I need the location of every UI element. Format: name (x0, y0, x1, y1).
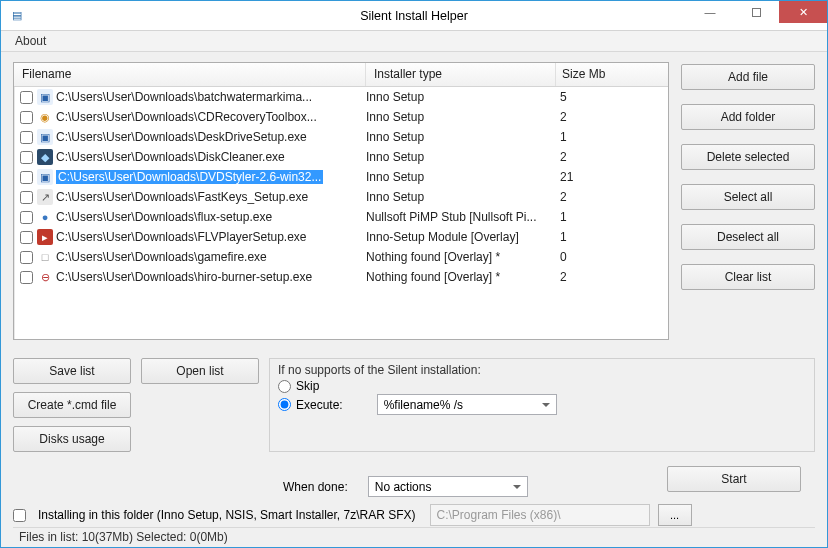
table-row[interactable]: ◆C:\Users\User\Downloads\DiskCleaner.exe… (14, 147, 668, 167)
start-button[interactable]: Start (667, 466, 801, 492)
row-installer-type: Inno Setup (366, 170, 556, 184)
titlebar: ▤ Silent Install Helper — ✕ (1, 1, 827, 31)
radio-skip-input[interactable] (278, 380, 291, 393)
silent-legend: If no supports of the Silent installatio… (278, 363, 806, 377)
row-size: 2 (556, 150, 616, 164)
table-row[interactable]: □C:\Users\User\Downloads\gamefire.exeNot… (14, 247, 668, 267)
app-icon: ▤ (9, 8, 25, 24)
minimize-button[interactable]: — (687, 1, 733, 23)
install-folder-input[interactable]: C:\Program Files (x86)\ (430, 504, 650, 526)
radio-skip[interactable]: Skip (278, 379, 806, 393)
file-icon: ▸ (37, 229, 53, 245)
row-installer-type: Inno Setup (366, 110, 556, 124)
row-filename: C:\Users\User\Downloads\DiskCleaner.exe (56, 150, 366, 164)
file-icon: ◆ (37, 149, 53, 165)
row-size: 2 (556, 110, 616, 124)
execute-value: %filename% /s (384, 398, 463, 412)
create-cmd-button[interactable]: Create *.cmd file (13, 392, 131, 418)
row-installer-type: Nothing found [Overlay] * (366, 250, 556, 264)
row-installer-type: Inno Setup (366, 90, 556, 104)
file-icon: ◉ (37, 109, 53, 125)
window-title: Silent Install Helper (360, 9, 468, 23)
deselect-all-button[interactable]: Deselect all (681, 224, 815, 250)
column-filename[interactable]: Filename (14, 63, 366, 86)
row-checkbox[interactable] (20, 271, 33, 284)
table-row[interactable]: ↗C:\Users\User\Downloads\FastKeys_Setup.… (14, 187, 668, 207)
menubar: About (1, 31, 827, 52)
file-icon: ● (37, 209, 53, 225)
table-row[interactable]: ▣C:\Users\User\Downloads\batchwatermarki… (14, 87, 668, 107)
row-checkbox[interactable] (20, 191, 33, 204)
row-checkbox[interactable] (20, 131, 33, 144)
table-row[interactable]: ▣C:\Users\User\Downloads\DeskDriveSetup.… (14, 127, 668, 147)
when-done-combobox[interactable]: No actions (368, 476, 528, 497)
add-file-button[interactable]: Add file (681, 64, 815, 90)
row-filename: C:\Users\User\Downloads\hiro-burner-setu… (56, 270, 366, 284)
row-checkbox[interactable] (20, 111, 33, 124)
statusbar: Files in list: 10(37Mb) Selected: 0(0Mb) (13, 527, 815, 547)
row-size: 1 (556, 230, 616, 244)
radio-execute-label: Execute: (296, 398, 343, 412)
table-row[interactable]: ▣C:\Users\User\Downloads\DVDStyler-2.6-w… (14, 167, 668, 187)
row-size: 2 (556, 270, 616, 284)
open-list-button[interactable]: Open list (141, 358, 259, 384)
row-checkbox[interactable] (20, 211, 33, 224)
browse-button[interactable]: ... (658, 504, 692, 526)
delete-selected-button[interactable]: Delete selected (681, 144, 815, 170)
file-icon: □ (37, 249, 53, 265)
side-buttons: Add file Add folder Delete selected Sele… (681, 62, 815, 340)
row-installer-type: Inno Setup (366, 130, 556, 144)
file-icon: ↗ (37, 189, 53, 205)
file-icon: ▣ (37, 129, 53, 145)
row-checkbox[interactable] (20, 91, 33, 104)
table-row[interactable]: ●C:\Users\User\Downloads\flux-setup.exeN… (14, 207, 668, 227)
radio-skip-label: Skip (296, 379, 319, 393)
disks-usage-button[interactable]: Disks usage (13, 426, 131, 452)
save-list-button[interactable]: Save list (13, 358, 131, 384)
row-filename: C:\Users\User\Downloads\FastKeys_Setup.e… (56, 190, 366, 204)
radio-execute[interactable]: Execute: (278, 398, 343, 412)
row-checkbox[interactable] (20, 251, 33, 264)
row-checkbox[interactable] (20, 151, 33, 164)
row-filename: C:\Users\User\Downloads\batchwatermarkim… (56, 90, 366, 104)
when-done-value: No actions (375, 480, 432, 494)
row-installer-type: Inno-Setup Module [Overlay] (366, 230, 556, 244)
install-row: Installing in this folder (Inno Setup, N… (13, 504, 815, 526)
select-all-button[interactable]: Select all (681, 184, 815, 210)
column-size[interactable]: Size Mb (556, 63, 620, 86)
list-header: Filename Installer type Size Mb (14, 63, 668, 87)
execute-combobox[interactable]: %filename% /s (377, 394, 557, 415)
row-size: 0 (556, 250, 616, 264)
radio-execute-input[interactable] (278, 398, 291, 411)
file-icon: ▣ (37, 169, 53, 185)
row-size: 1 (556, 210, 616, 224)
row-filename: C:\Users\User\Downloads\gamefire.exe (56, 250, 366, 264)
row-installer-type: Nothing found [Overlay] * (366, 270, 556, 284)
row-installer-type: Nullsoft PiMP Stub [Nullsoft Pi... (366, 210, 556, 224)
row-filename: C:\Users\User\Downloads\DVDStyler-2.6-wi… (56, 170, 366, 184)
install-folder-label: Installing in this folder (Inno Setup, N… (38, 508, 416, 522)
left-buttons: Save list Open list Create *.cmd file Di… (13, 358, 259, 452)
close-button[interactable]: ✕ (779, 1, 827, 23)
menu-about[interactable]: About (9, 32, 52, 50)
file-icon: ▣ (37, 89, 53, 105)
clear-list-button[interactable]: Clear list (681, 264, 815, 290)
table-row[interactable]: ◉C:\Users\User\Downloads\CDRecoveryToolb… (14, 107, 668, 127)
maximize-button[interactable] (733, 1, 779, 23)
silent-group: If no supports of the Silent installatio… (269, 358, 815, 452)
row-filename: C:\Users\User\Downloads\CDRecoveryToolbo… (56, 110, 366, 124)
row-installer-type: Inno Setup (366, 190, 556, 204)
column-installer-type[interactable]: Installer type (366, 63, 556, 86)
content: Filename Installer type Size Mb ▣C:\User… (1, 52, 827, 547)
table-row[interactable]: ⊖C:\Users\User\Downloads\hiro-burner-set… (14, 267, 668, 287)
row-size: 2 (556, 190, 616, 204)
file-list[interactable]: Filename Installer type Size Mb ▣C:\User… (13, 62, 669, 340)
row-filename: C:\Users\User\Downloads\FLVPlayerSetup.e… (56, 230, 366, 244)
row-checkbox[interactable] (20, 171, 33, 184)
install-folder-checkbox[interactable] (13, 509, 26, 522)
row-size: 21 (556, 170, 616, 184)
add-folder-button[interactable]: Add folder (681, 104, 815, 130)
table-row[interactable]: ▸C:\Users\User\Downloads\FLVPlayerSetup.… (14, 227, 668, 247)
when-done-label: When done: (283, 480, 348, 494)
row-checkbox[interactable] (20, 231, 33, 244)
